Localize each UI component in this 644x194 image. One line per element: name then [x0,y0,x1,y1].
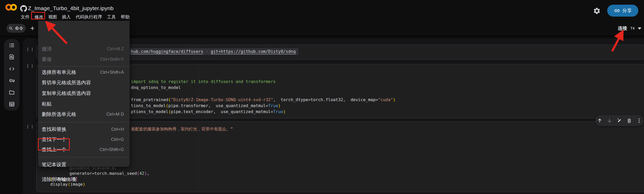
menu-item-6[interactable]: 粘贴 [38,100,130,108]
command-palette-button[interactable]: 命令 [6,24,26,33]
menubar-item-6[interactable]: 帮助 [120,13,130,20]
menu-item-label: 笔记本设置 [42,161,66,168]
menu-divider [38,122,130,122]
menu-item-shortcut: Ctrl+H [111,127,124,132]
menu-item-label: 查找下一个 [42,136,66,143]
find-in-page-icon[interactable] [9,54,15,60]
menubar-item-3[interactable]: 插入 [61,13,71,20]
menubar-item-4[interactable]: 代码执行程序 [75,13,103,20]
code-icon[interactable] [9,66,15,72]
sidebar-rail [4,39,19,110]
more-vert-icon[interactable] [636,118,642,123]
search-icon [9,26,13,31]
menu-item-label: 选择所有单元格 [42,69,76,76]
menu-item-label: 删除所选单元格 [42,111,76,118]
menu-item-label: 剪切单元格或所选内容 [42,79,91,86]
cell-toolbar [595,115,643,126]
menu-item-5[interactable]: 复制单元格或所选内容 [38,90,130,97]
menubar-item-0[interactable]: 文件 [20,13,30,20]
menu-divider [38,157,130,157]
menu-item-0: 撤消Ctrl+M Z [38,45,130,53]
menubar-item-5[interactable]: 工具 [107,13,116,20]
edit-menu-dropdown: 撤消Ctrl+M Z重做Ctrl+Shift+Y选择所有单元格Ctrl+Shif… [38,21,130,167]
table-icon[interactable] [9,101,15,107]
menu-item-label: 清除所有输出项 [42,176,76,183]
menu-item-shortcut: Ctrl+G [111,137,124,142]
colab-logo [5,3,17,11]
menubar-item-1[interactable]: 修改 [34,13,44,20]
command-label: 命令 [15,26,23,31]
menu-item-label: 撤消 [42,46,52,52]
menubar: 文件修改视图插入代码执行程序工具帮助 [20,13,130,20]
menu-item-7[interactable]: 删除所选单元格Ctrl+M D [38,111,130,118]
chevron-down-icon[interactable] [638,27,641,30]
menu-item-shortcut: Ctrl+M Z [107,46,124,52]
menu-item-13[interactable]: 笔记本设置 [38,161,130,168]
key-icon[interactable] [9,78,15,84]
plus-icon [29,25,36,31]
delete-icon[interactable] [626,118,632,123]
menu-item-4[interactable]: 剪切单元格或所选内容 [38,79,130,86]
menu-item-shortcut: Ctrl+M D [106,112,124,117]
link-icon [614,8,620,14]
menu-item-label: 查找上一个 [42,146,66,153]
menu-item-label: 粘贴 [42,101,52,107]
menu-item-1: 重做Ctrl+Shift+Y [38,56,130,63]
menu-item-11[interactable]: 查找上一个Ctrl+Shift+G [38,146,130,153]
move-down-icon[interactable] [607,118,612,123]
menu-item-14[interactable]: 清除所有输出项 [38,176,130,183]
add-cell-button[interactable] [28,24,37,33]
gear-icon[interactable] [593,7,601,15]
accelerator-badge: T4 [630,26,635,30]
share-button[interactable]: 分享 [607,5,638,17]
menu-divider [38,66,130,67]
menu-item-label: 重做 [42,56,52,63]
connect-button[interactable]: 连接 T4 [618,25,641,31]
menu-item-label: 复制单元格或所选内容 [42,90,91,97]
menu-item-9[interactable]: 查找和替换Ctrl+H [38,126,130,133]
menu-item-label: 查找和替换 [42,126,66,133]
menu-item-3[interactable]: 选择所有单元格Ctrl+Shift+A [38,69,130,76]
menu-item-10[interactable]: 查找下一个Ctrl+G [38,136,130,143]
connect-label: 连接 [618,25,627,31]
menu-item-shortcut: Ctrl+Shift+Y [100,57,124,62]
menu-item-shortcut: Ctrl+Shift+G [100,147,124,152]
share-label: 分享 [622,8,632,14]
move-up-icon[interactable] [597,118,603,123]
toc-icon[interactable] [9,42,15,48]
github-icon [20,5,27,12]
notebook-title[interactable]: Z_Image_Turbo_4bit_jupyter.ipynb [28,5,114,11]
menubar-item-2[interactable]: 视图 [48,13,58,20]
menu-item-shortcut: Ctrl+Shift+A [100,70,124,75]
edit-ai-icon[interactable] [617,118,622,123]
folder-icon[interactable] [9,89,15,95]
